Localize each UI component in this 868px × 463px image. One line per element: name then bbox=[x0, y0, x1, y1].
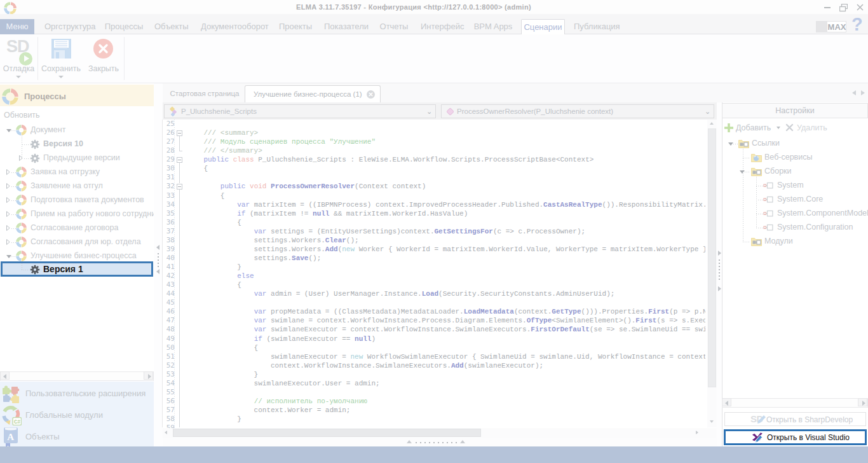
svg-text:C#: C# bbox=[14, 419, 20, 425]
svg-text:A: A bbox=[7, 432, 14, 442]
